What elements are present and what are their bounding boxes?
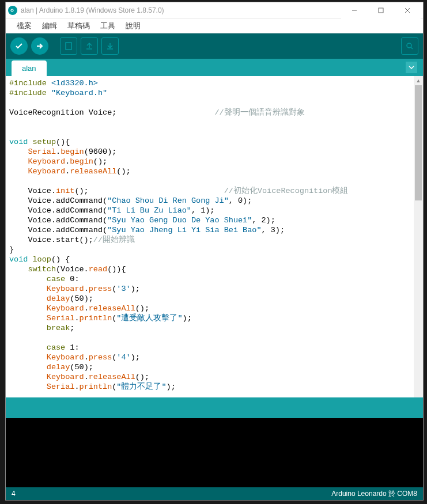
- arduino-logo-icon: [8, 6, 17, 15]
- save-sketch-button[interactable]: [101, 37, 119, 55]
- app-window: alan | Arduino 1.8.19 (Windows Store 1.8…: [5, 2, 424, 501]
- console-output[interactable]: [6, 418, 423, 487]
- verify-button[interactable]: [10, 37, 28, 55]
- editor-area: #include <ld3320.h> #include "Keyboard.h…: [6, 76, 423, 397]
- svg-line-8: [411, 47, 413, 49]
- tabbar: alan: [6, 59, 423, 76]
- window-title: alan | Arduino 1.8.19 (Windows Store 1.8…: [21, 6, 341, 14]
- menu-sketch[interactable]: 草稿碼: [62, 21, 95, 31]
- message-bar: [6, 397, 423, 418]
- status-line-number: 4: [12, 490, 331, 498]
- tab-alan[interactable]: alan: [12, 60, 47, 76]
- tab-menu-button[interactable]: [406, 62, 417, 73]
- close-button[interactable]: [394, 2, 421, 18]
- scrollbar-thumb[interactable]: [415, 85, 422, 200]
- menu-file[interactable]: 檔案: [12, 21, 37, 31]
- serial-monitor-button[interactable]: [401, 37, 418, 55]
- menubar: 檔案 編輯 草稿碼 工具 說明: [6, 18, 423, 33]
- menu-edit[interactable]: 編輯: [37, 21, 62, 31]
- editor-scrollbar[interactable]: ▲: [414, 76, 423, 397]
- toolbar: [6, 33, 423, 59]
- statusbar: 4 Arduino Leonardo 於 COM8: [6, 487, 423, 500]
- menu-help[interactable]: 說明: [120, 21, 146, 31]
- titlebar: alan | Arduino 1.8.19 (Windows Store 1.8…: [6, 2, 423, 18]
- minimize-button[interactable]: [341, 2, 368, 18]
- maximize-button[interactable]: [368, 2, 394, 18]
- code-editor[interactable]: #include <ld3320.h> #include "Keyboard.h…: [6, 76, 414, 397]
- scroll-up-icon[interactable]: ▲: [414, 76, 423, 85]
- svg-point-7: [407, 43, 411, 48]
- svg-rect-4: [66, 43, 71, 50]
- status-board-port: Arduino Leonardo 於 COM8: [331, 489, 417, 499]
- open-sketch-button[interactable]: [81, 37, 98, 55]
- menu-tools[interactable]: 工具: [95, 21, 120, 31]
- upload-button[interactable]: [31, 37, 48, 55]
- svg-rect-1: [379, 8, 383, 13]
- new-sketch-button[interactable]: [60, 37, 77, 55]
